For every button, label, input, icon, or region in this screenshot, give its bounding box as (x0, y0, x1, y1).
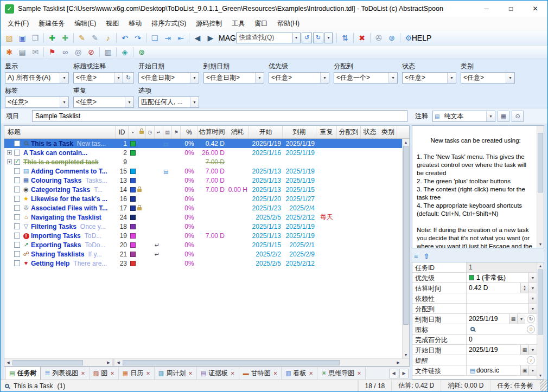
filter-combo[interactable]: <任意>▾ (73, 97, 134, 108)
task-row[interactable]: ▽Filtering TasksOnce y...180%2025/1/1320… (4, 222, 402, 231)
chevron-down-icon[interactable]: ▾ (114, 73, 123, 83)
task-row[interactable]: ✇Associated Files with T...170%2025/1/23… (4, 203, 402, 213)
task-checkbox[interactable] (14, 205, 20, 211)
chevron-down-icon[interactable]: ▾ (60, 73, 68, 83)
attribute-value[interactable]: ♪ (467, 355, 537, 365)
title-column-hscrollbar[interactable]: ◀ ▶ (4, 359, 112, 366)
copy-button[interactable]: ❐ (29, 32, 42, 44)
close-icon[interactable]: ✕ (309, 371, 314, 376)
task-checkbox[interactable] (14, 233, 20, 239)
task-checkbox[interactable] (14, 260, 20, 266)
email-button[interactable]: ✉ (29, 46, 42, 58)
task-row[interactable]: ★Likewise for the task's ...160%2025/1/2… (4, 194, 402, 203)
chevron-down-icon[interactable]: ▾ (255, 73, 264, 83)
attribute-value[interactable]: ☺ (467, 324, 537, 334)
edit-button[interactable]: ✎ (75, 32, 88, 44)
delete-task-button[interactable]: ✖ (355, 32, 368, 44)
link-button[interactable]: ∞ (59, 46, 72, 58)
scrollbar-thumb[interactable] (123, 360, 340, 365)
scroll-up-icon[interactable]: ▲ (403, 139, 409, 146)
tab-思维导图[interactable]: ✳思维导图✕ (317, 367, 366, 380)
menu-item-移动[interactable]: 移动 (124, 17, 146, 30)
chevron-down-icon[interactable]: ▼ (528, 283, 537, 293)
edit-color-button[interactable]: ✎ (88, 32, 101, 44)
attribute-groups-icon[interactable]: ≡ (414, 252, 418, 260)
filter-combo[interactable]: <任意>▾ (402, 72, 456, 83)
attribute-value[interactable]: 2025/1/19▦▼ (467, 345, 537, 355)
task-checkbox[interactable] (14, 223, 20, 229)
menu-item-排序方式(S)[interactable]: 排序方式(S) (146, 17, 191, 30)
chevron-down-icon[interactable]: ▾ (388, 73, 397, 83)
attribute-value[interactable]: 0.42 D▲▼▼ (467, 283, 537, 293)
task-checkbox[interactable] (14, 214, 20, 220)
chevron-down-icon[interactable]: ▼ (528, 304, 537, 313)
task-row[interactable]: !Importing TasksToD...190%7.00 D2025/1/1… (4, 231, 402, 240)
menu-item-窗口[interactable]: 窗口 (250, 17, 272, 30)
scroll-up-icon[interactable]: ▲ (537, 262, 544, 269)
print-button[interactable]: ▤ (16, 46, 29, 58)
scroll-down-icon[interactable]: ▼ (537, 372, 544, 379)
menu-item-编辑(E)[interactable]: 编辑(E) (69, 17, 101, 30)
folder-icon[interactable]: ▣ (520, 365, 528, 375)
comments-layout-button[interactable]: ▦ (498, 111, 509, 122)
column-header-recurrence-col-icon[interactable]: ↵ (155, 126, 163, 138)
comments-box[interactable]: New tasks can be created using: 1. The '… (412, 125, 544, 248)
close-icon[interactable]: ✕ (81, 371, 85, 376)
reminder-button[interactable]: ♪ (101, 32, 114, 44)
menu-item-工具[interactable]: 工具 (227, 17, 250, 30)
tab-scroll-right-icon[interactable]: ▶ (399, 369, 409, 378)
column-header-类别[interactable]: 类别 (379, 126, 397, 138)
task-list-vertical-scrollbar[interactable]: ▲ ▼ (402, 139, 409, 358)
task-checkbox[interactable] (14, 187, 20, 192)
comments-expand-button[interactable]: ⊙ (512, 111, 524, 122)
task-row[interactable]: ☍Sharing TasklistsIf y...21↵0%2025/2/220… (4, 249, 402, 259)
globe-button[interactable]: ⊚ (135, 46, 148, 58)
task-checkbox[interactable] (14, 251, 20, 257)
chevron-down-icon[interactable]: ▾ (447, 73, 456, 83)
attributes-scrollbar[interactable]: ▲ ▼ (537, 262, 544, 379)
tab-日历[interactable]: ▦日历✕ (119, 367, 155, 380)
scroll-left-icon[interactable]: ◀ (114, 361, 122, 365)
chevron-down-icon[interactable]: ▼ (528, 365, 537, 375)
attribute-value[interactable]: ▼ (467, 304, 537, 313)
column-header-lock-col-icon[interactable] (137, 126, 146, 138)
filter-combo[interactable]: <任意>▾ (5, 97, 69, 108)
weblink-button[interactable]: ⊚ (385, 32, 398, 44)
task-checkbox[interactable] (14, 140, 20, 146)
scrollbar-thumb[interactable] (538, 269, 543, 335)
chevron-down-icon[interactable]: ▾ (125, 97, 133, 107)
chevron-down-icon[interactable]: ▼ (528, 273, 537, 282)
attribute-value[interactable]: ▤doors.ic▣▼ (467, 365, 537, 375)
tab-甘特图[interactable]: ▬甘特图✕ (239, 367, 282, 380)
scroll-right-icon[interactable]: ▶ (105, 361, 112, 365)
attribute-value[interactable]: 1 (非常低)▼ (467, 273, 537, 282)
column-header-priority-col-icon[interactable]: ▪ (129, 126, 137, 138)
expand-icon[interactable]: + (7, 159, 12, 164)
next-task-button[interactable]: ▶ (204, 32, 217, 44)
column-header-开始[interactable]: 开始 (249, 126, 283, 138)
task-row[interactable]: ♥Getting HelpThere are...230%2025/2/5202… (4, 259, 402, 268)
search-next-button[interactable]: ↻ (313, 33, 323, 43)
task-row[interactable]: ↗Exporting TasksToDo...20↵0%2025/1/15202… (4, 240, 402, 249)
sort-button[interactable]: ⇅ (339, 32, 352, 44)
attachment-button[interactable]: ✇ (372, 32, 385, 44)
spur-button[interactable]: ✱ (3, 46, 16, 58)
column-header-file-col-icon[interactable]: ▤ (163, 126, 172, 138)
indent-button[interactable]: ⇥ (161, 32, 174, 44)
column-header-到期[interactable]: 到期 (283, 126, 316, 138)
filter-combo[interactable]: <任意日期>▾ (138, 72, 199, 83)
close-icon[interactable]: ✕ (273, 371, 278, 376)
calendar-icon[interactable]: ▦ (509, 314, 517, 324)
tag-button[interactable]: ◈ (118, 46, 131, 58)
refresh-button[interactable]: ↻ (123, 72, 134, 83)
close-icon[interactable]: ✕ (146, 371, 150, 376)
tab-任务树[interactable]: ▤任务树 (5, 367, 41, 380)
flag-button[interactable]: ⚑ (46, 46, 59, 58)
menu-item-源码控制[interactable]: 源码控制 (191, 17, 227, 30)
expand-icon[interactable]: + (7, 150, 12, 155)
chevron-down-icon[interactable]: ▾ (60, 97, 68, 107)
calendar-icon[interactable]: ▦ (520, 345, 528, 355)
task-row[interactable]: ▤Adding Comments to T...15▤0%7.00 D2025/… (4, 166, 402, 176)
scrollbar-thumb[interactable] (12, 360, 83, 365)
task-row[interactable]: ▦Colouring TasksTasks...130%7.00 D2025/1… (4, 176, 402, 185)
